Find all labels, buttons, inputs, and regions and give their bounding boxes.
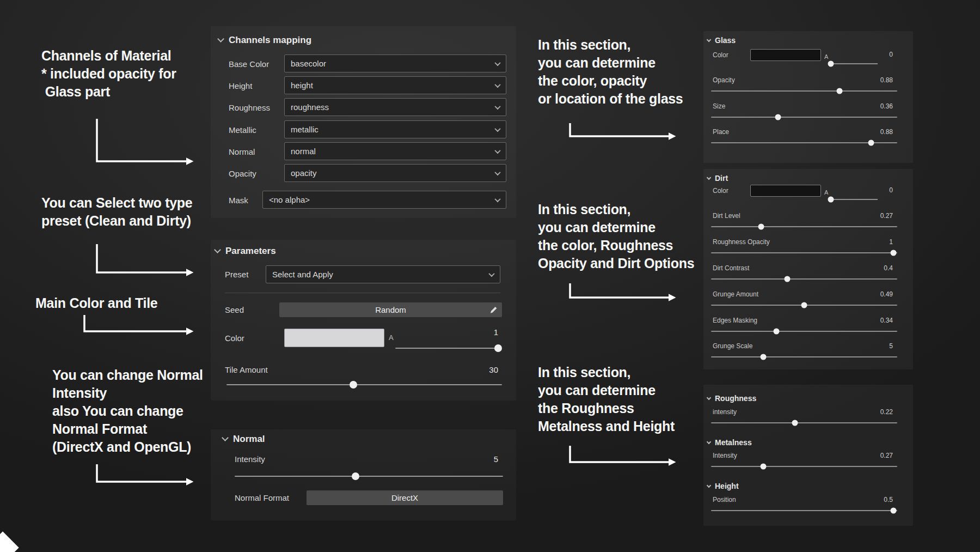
slider-handle[interactable]	[352, 472, 359, 480]
slider-handle[interactable]	[828, 197, 834, 203]
chevron-down-icon	[214, 246, 221, 253]
normal-panel: Normal Intensity 5 Normal Format DirectX	[211, 429, 516, 520]
dirt-color-swatch[interactable]	[750, 185, 821, 197]
annotation-arrow	[84, 315, 192, 331]
section-title: Parameters	[225, 246, 276, 257]
slider-handle[interactable]	[868, 140, 874, 146]
metallic-channel-dropdown[interactable]: metallic	[284, 120, 506, 138]
dirt-header[interactable]: Dirt	[707, 174, 728, 183]
slider-handle[interactable]	[891, 508, 897, 514]
chevron-down-icon	[222, 434, 229, 441]
slider-value: 0.88	[880, 76, 893, 84]
dropdown-value: roughness	[291, 102, 329, 112]
slider-label: Place	[713, 128, 729, 136]
intensity-value: 5	[418, 454, 498, 464]
channel-row-roughness: Roughness roughness	[211, 98, 516, 116]
intensity-slider-track[interactable]	[235, 476, 503, 477]
dropdown-value: normal	[291, 147, 316, 156]
tile-amount-value: 30	[418, 365, 498, 374]
mask-dropdown[interactable]: <no alpha>	[262, 191, 506, 209]
color-label: Color	[713, 51, 728, 59]
slider-track[interactable]	[711, 356, 897, 357]
dropdown-value: basecolor	[291, 59, 326, 68]
normal-format-value: DirectX	[391, 493, 418, 502]
glass-header[interactable]: Glass	[707, 36, 736, 45]
slider-handle[interactable]	[891, 250, 897, 256]
dropdown-value: metallic	[291, 125, 318, 134]
slider-handle[interactable]	[775, 114, 781, 120]
alpha-slider-track[interactable]	[831, 63, 878, 64]
slider-row-grunge-scale: Grunge Scale 5	[711, 342, 897, 363]
slider-value: 0.27	[880, 452, 893, 459]
slider-handle[interactable]	[836, 88, 842, 94]
parameters-header[interactable]: Parameters	[215, 246, 276, 257]
channel-label: Height	[229, 81, 252, 90]
slider-track[interactable]	[711, 252, 897, 253]
height-channel-dropdown[interactable]: height	[284, 76, 506, 94]
glass-color-swatch[interactable]	[750, 49, 821, 61]
slider-track[interactable]	[711, 90, 897, 92]
metalness-header[interactable]: Metalness	[707, 438, 752, 447]
stray-white-shape	[0, 531, 19, 552]
slider-row-opacity: Opacity 0.88	[711, 76, 897, 97]
alpha-slider-track[interactable]	[395, 348, 498, 349]
slider-handle[interactable]	[760, 464, 766, 470]
slider-label: Size	[713, 102, 725, 110]
section-title: Channels mapping	[229, 35, 311, 46]
channel-row-mask: Mask <no alpha>	[211, 191, 516, 209]
opacity-channel-dropdown[interactable]: opacity	[284, 164, 506, 182]
roughness-channel-dropdown[interactable]: roughness	[284, 98, 506, 116]
annotation-arrow	[570, 446, 674, 462]
alpha-value: 0	[889, 186, 893, 194]
slider-handle[interactable]	[792, 420, 798, 426]
slider-handle[interactable]	[828, 61, 834, 67]
slider-value: 0.4	[884, 264, 893, 272]
channels-mapping-header[interactable]: Channels mapping	[218, 35, 311, 46]
annotation-main-color-tile: Main Color and Tile	[35, 294, 157, 312]
annotation-arrow	[570, 123, 674, 136]
slider-handle[interactable]	[801, 302, 807, 308]
slider-label: Intensity	[713, 452, 737, 459]
slider-handle[interactable]	[350, 381, 357, 389]
annotation-glass-section: In this section, you can determine the c…	[538, 36, 683, 108]
slider-track[interactable]	[711, 226, 897, 227]
slider-handle[interactable]	[785, 276, 791, 282]
alpha-value: 1	[418, 327, 498, 337]
normal-header[interactable]: Normal	[223, 434, 265, 445]
slider-label: Roughness Opacity	[713, 238, 770, 246]
preset-dropdown[interactable]: Select and Apply	[266, 265, 500, 283]
color-swatch[interactable]	[284, 329, 384, 347]
section-title: Roughness	[715, 394, 756, 403]
slider-row-height-position: Position 0.5	[711, 496, 897, 517]
slider-track[interactable]	[711, 305, 897, 306]
slider-value: 5	[889, 342, 893, 350]
normal-channel-dropdown[interactable]: normal	[284, 142, 506, 160]
slider-track[interactable]	[711, 466, 897, 467]
slider-track[interactable]	[711, 422, 897, 423]
slider-label: Dirt Contrast	[713, 264, 749, 272]
seed-random-button[interactable]: Random	[279, 302, 502, 317]
slider-row-size: Size 0.36	[711, 102, 897, 123]
slider-handle[interactable]	[758, 224, 764, 230]
slider-track[interactable]	[711, 142, 897, 143]
normal-format-label: Normal Format	[235, 493, 289, 502]
channel-label: Metallic	[229, 125, 256, 134]
slider-value: 0.27	[880, 212, 893, 220]
slider-handle[interactable]	[494, 344, 502, 352]
base-color-channel-dropdown[interactable]: basecolor	[284, 54, 506, 72]
material-settings-page: Channels of Material * included opacity …	[0, 0, 980, 552]
normal-format-button[interactable]: DirectX	[307, 490, 503, 505]
tile-amount-slider-track[interactable]	[226, 384, 502, 385]
dropdown-value: opacity	[291, 168, 317, 178]
slider-handle[interactable]	[773, 329, 779, 335]
chevron-down-icon	[494, 103, 500, 109]
slider-track[interactable]	[711, 278, 897, 280]
slider-track[interactable]	[711, 510, 897, 511]
alpha-slider-track[interactable]	[831, 199, 878, 200]
slider-handle[interactable]	[760, 354, 766, 360]
height-header[interactable]: Height	[707, 482, 739, 490]
slider-row-dirt-level: Dirt Level 0.27	[711, 212, 897, 233]
slider-track[interactable]	[711, 331, 897, 332]
roughness-header[interactable]: Roughness	[707, 394, 756, 403]
slider-track[interactable]	[711, 117, 897, 118]
